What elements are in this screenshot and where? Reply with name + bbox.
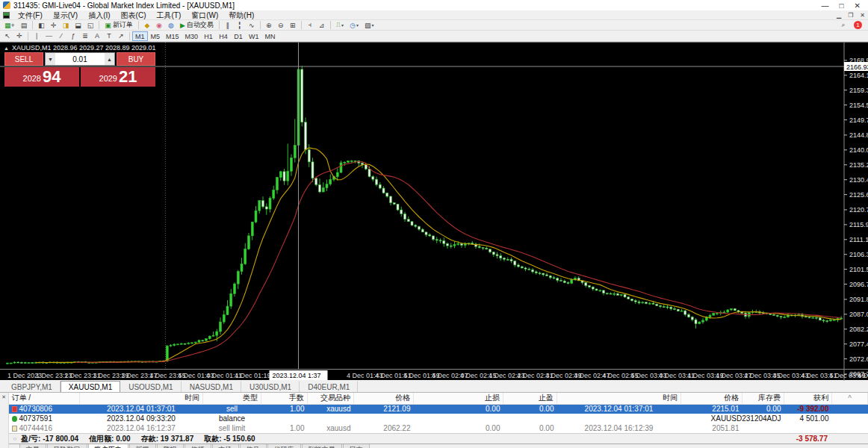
terminal-tab-信号[interactable]: 信号 [240,444,267,448]
timeframe-h1[interactable]: H1 [201,31,216,41]
timeframe-m1[interactable]: M1 [132,31,148,41]
scroll-up-icon[interactable]: ^ [832,393,868,404]
price-chart[interactable]: 2168.902164.102159.302154.502149.702144.… [0,43,868,381]
fibonacci-icon[interactable]: ƒ [68,31,78,40]
horizontal-line-icon[interactable]: ― [43,31,55,40]
timeframe-m30[interactable]: M30 [182,31,202,41]
zoom-in-icon[interactable]: ⊕ [264,21,274,30]
order-row[interactable]: 407308062023.12.04 01:37:01sell1.00xauus… [9,404,868,414]
navigator-icon[interactable]: ◨ [61,21,72,30]
terminal-tab-信箱[interactable]: 信箱 [185,444,211,448]
terminal-tab-交易[interactable]: 交易 [19,444,46,448]
mdi-close-button[interactable]: ✕ [860,12,865,19]
terminal-tab-新闻[interactable]: 新闻 [129,444,156,448]
order-row[interactable]: 407444162023.12.04 16:12:37sell limit1.0… [9,423,868,433]
volume-down-icon[interactable]: ▼ [46,53,55,65]
sell-price[interactable]: 2028 94 [4,67,79,87]
terminal-panel-icon[interactable]: ⬓ [72,21,84,30]
mdi-minimize-button[interactable]: ▁ [837,12,841,19]
new-order-button[interactable]: ▣新订单 [102,21,135,30]
chart-area[interactable]: ▲XAUUSD,M1 2028.96 2029.27 2028.89 2029.… [0,42,868,380]
sell-button[interactable]: SELL [4,52,43,66]
chart-tab-d40eur-m1[interactable]: D40EUR,M1 [300,381,358,392]
chart-tab-usousd-m1[interactable]: USOUSD,M1 [120,381,181,392]
community-icon[interactable]: ◍ [166,21,176,30]
collapse-panel-icon[interactable]: ▲ [4,46,9,51]
text-icon[interactable]: A [92,31,102,40]
column-header[interactable]: 交易品种 [308,393,354,404]
timeframe-mn[interactable]: MN [262,31,279,41]
terminal-tab-市场[interactable]: 市场 [212,444,239,448]
menu-item-t[interactable]: 工具(T) [151,11,186,19]
column-header[interactable]: 价格 [681,393,743,404]
candlestick-chart-icon[interactable]: ╏ [235,21,245,30]
menu-item-w[interactable]: 窗口(W) [186,11,223,19]
vertical-line-icon[interactable]: ∣ [31,31,42,40]
bar-chart-icon[interactable]: ∥ [223,21,233,30]
menu-item-h[interactable]: 帮助(H) [223,11,259,19]
minimize-button[interactable]: — [822,1,829,10]
column-header[interactable]: 时间 [557,393,681,404]
autotrading-button[interactable]: ▶自动交易 [178,21,216,30]
column-header[interactable]: 手数 [261,393,308,404]
crosshair-icon[interactable]: ✛ [14,31,25,40]
terminal-tab-智能交易[interactable]: 智能交易 [302,444,342,448]
column-header[interactable]: 时间 [80,393,203,404]
zoom-out-icon[interactable]: ⊖ [276,21,286,30]
timeframe-m5[interactable]: M5 [148,31,164,41]
periods-icon[interactable]: ◷▾ [347,21,361,30]
menu-item-c[interactable]: 图表(C) [116,11,152,19]
tile-windows-icon[interactable]: ⊞ [288,21,298,30]
chart-tab-gbpjpy-m1[interactable]: GBPJPY,M1 [3,381,61,392]
buy-button[interactable]: BUY [117,52,155,66]
chart-tab-u30usd-m1[interactable]: U30USD,M1 [241,381,300,392]
column-header[interactable]: 订单 / [9,393,80,404]
column-header[interactable]: 止损 [414,393,503,404]
buy-price[interactable]: 2029 21 [81,67,155,87]
column-header[interactable]: 价格 [354,393,414,404]
terminal-tab-账户历史[interactable]: 账户历史 [88,444,128,448]
indicators-icon[interactable]: ⎍▾ [334,21,346,30]
column-header[interactable]: 止盈 [503,393,557,404]
column-header[interactable]: 库存费 [743,393,784,404]
strategy-tester-icon[interactable]: ◱ [85,21,96,30]
close-button[interactable]: ✕ [855,1,861,10]
arrange-windows-icon[interactable]: ⫞ [305,21,315,30]
column-header[interactable]: 类型 [203,393,261,404]
line-chart-icon[interactable]: ∿ [247,21,257,30]
channel-icon[interactable]: ≣ [80,31,90,40]
search-icon[interactable]: ⌕ [838,21,849,30]
mdi-restore-button[interactable]: ❐ [848,12,853,19]
menu-item-i[interactable]: 插入(I) [83,11,115,19]
terminal-tab-警报[interactable]: 警报 [157,444,184,448]
chart-tab-xauusd-m1[interactable]: XAUUSD,M1 [61,381,120,392]
terminal-tab-代码库[interactable]: 代码库 [267,444,301,448]
terminal-tab-风险敞口[interactable]: 风险敞口 [47,444,87,448]
timeframe-h4[interactable]: H4 [216,31,231,41]
terminal-close-icon[interactable]: ✕ [0,394,8,400]
cursor-icon[interactable]: ↖ [2,31,13,40]
profiles-icon[interactable]: ▤ [19,21,30,30]
volume-stepper[interactable]: ▼ 0.01 ▲ [45,52,115,66]
timeframe-d1[interactable]: D1 [231,31,246,41]
notification-badge[interactable]: 1 [854,21,862,29]
new-chart-icon[interactable]: ▦+ [2,21,17,30]
volume-value[interactable]: 0.01 [55,55,105,63]
templates-icon[interactable]: ▨▾ [362,21,376,30]
trendline-icon[interactable]: ∕ [56,31,66,40]
menu-item-v[interactable]: 显示(V) [48,11,83,19]
arrows-icon[interactable]: ↗ [116,31,126,40]
column-header[interactable]: 获利 [784,393,832,404]
timeframe-m15[interactable]: M15 [163,31,182,41]
order-row[interactable]: 407375912023.12.04 09:33:20balanceXAUUSD… [9,414,868,423]
volume-up-icon[interactable]: ▲ [105,53,114,65]
expert-advisor-icon[interactable]: ◉ [154,21,164,30]
terminal-tab-日志[interactable]: 日志 [343,444,370,448]
menu-item-f[interactable]: 文件(F) [13,11,48,19]
data-window-icon[interactable]: ✛ [49,21,59,30]
cascade-windows-icon[interactable]: ⊿ [317,21,327,30]
maximize-button[interactable]: □ [840,1,844,10]
market-watch-icon[interactable]: ◧ [36,21,47,30]
label-icon[interactable]: T [104,31,114,40]
metaeditor-icon[interactable]: ◆ [142,21,152,30]
